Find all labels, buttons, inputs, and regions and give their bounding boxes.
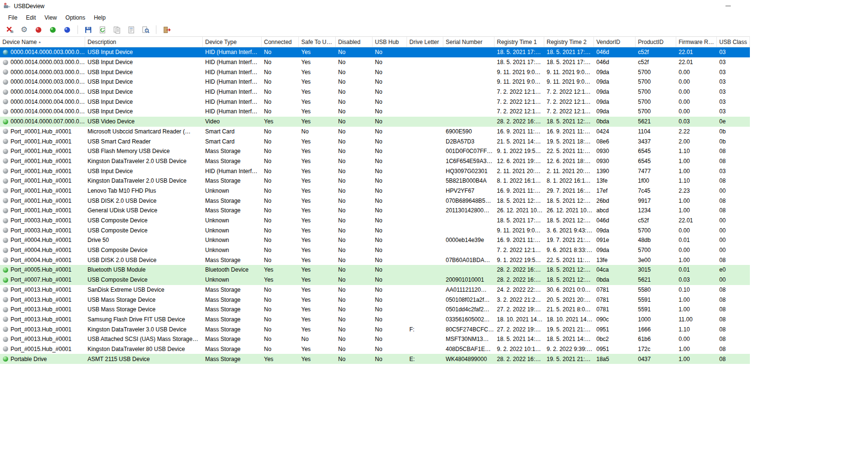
menu-item-file[interactable]: File (4, 13, 22, 22)
copy-items-button[interactable] (111, 24, 123, 35)
table-row[interactable]: 0000.0014.0000.004.000.0…USB Input Devic… (0, 97, 750, 107)
disconnect-device-button[interactable]: ⚙ (18, 24, 30, 35)
table-row[interactable]: 0000.0014.0000.003.000.0…USB Input Devic… (0, 57, 750, 67)
column-header-serial_number[interactable]: Serial Number (443, 37, 494, 47)
gear-icon: ⚙ (21, 26, 27, 33)
minimize-button[interactable] (718, 0, 737, 12)
save-items-button[interactable] (82, 24, 94, 35)
table-row[interactable]: Port_#0013.Hub_#0001USB Mass Storage Dev… (0, 305, 750, 315)
exit-button[interactable] (161, 24, 173, 35)
cell-drive_letter (407, 206, 443, 216)
cell-serial_number: HPV2YF67 (443, 186, 494, 196)
cell-safe_to_unplug: Yes (299, 344, 336, 354)
cell-registry_time_1: 16. 9. 2021 11:… (494, 186, 544, 196)
cell-device_name: Port_#0001.Hub_#0001 (0, 206, 85, 216)
cell-drive_letter (407, 344, 443, 354)
table-row[interactable]: Portable DriveASMT 2115 USB DeviceMass S… (0, 354, 750, 364)
cell-registry_time_1: 18. 10. 2021 14… (494, 315, 544, 325)
column-header-drive_letter[interactable]: Drive Letter (407, 37, 443, 47)
uninstall-device-button[interactable] (4, 24, 16, 35)
cell-description: USB Smart Card Reader (85, 136, 203, 146)
table-row[interactable]: Port_#0001.Hub_#0001Lenovo Tab M10 FHD P… (0, 186, 750, 196)
column-header-vendor_id[interactable]: VendorID (594, 37, 636, 47)
cell-description: USB Mass Storage Device (85, 295, 203, 305)
cell-disabled: No (336, 265, 373, 275)
html-report-button[interactable] (97, 24, 109, 35)
table-row[interactable]: Port_#0001.Hub_#0001Kingston DataTravele… (0, 156, 750, 166)
device-status-icon (3, 257, 8, 263)
device-name-label: Port_#0013.Hub_#0001 (11, 286, 71, 293)
properties-button[interactable] (125, 24, 137, 35)
table-row[interactable]: Port_#0013.Hub_#0001Kingston DataTravele… (0, 324, 750, 334)
menu-item-options[interactable]: Options (61, 13, 89, 22)
disable-device-button[interactable] (33, 24, 44, 35)
cell-usb_class: 03 (717, 87, 750, 97)
cell-safe_to_unplug: Yes (299, 216, 336, 226)
find-button[interactable] (140, 24, 152, 35)
table-row[interactable]: Port_#0007.Hub_#0001USB Composite Device… (0, 275, 750, 285)
table-row[interactable]: 0000.0014.0000.004.000.0…USB Input Devic… (0, 87, 750, 97)
table-row[interactable]: Port_#0001.Hub_#0001USB Input DeviceHID … (0, 166, 750, 176)
table-row[interactable]: Port_#0003.Hub_#0001USB Composite Device… (0, 216, 750, 226)
table-row[interactable]: 0000.0014.0000.003.000.0…USB Input Devic… (0, 47, 750, 57)
table-row[interactable]: Port_#0004.Hub_#0001Drive 50UnknownNoYes… (0, 235, 750, 245)
table-row[interactable]: Port_#0004.Hub_#0001USB Composite Device… (0, 245, 750, 255)
cell-description: Lenovo Tab M10 FHD Plus (85, 186, 203, 196)
table-row[interactable]: Port_#0004.Hub_#0001USB DISK 2.0 USB Dev… (0, 255, 750, 265)
column-header-usb_hub[interactable]: USB Hub (373, 37, 407, 47)
column-header-registry_time_1[interactable]: Registry Time 1 (494, 37, 544, 47)
cell-registry_time_1: 12. 6. 2021 19:… (494, 156, 544, 166)
cell-product_id: 1666 (636, 324, 676, 334)
cell-firmware_rev: 0.03 (676, 275, 717, 285)
cell-device_name: Port_#0001.Hub_#0001 (0, 196, 85, 206)
device-name-label: Port_#0001.Hub_#0001 (11, 207, 71, 214)
table-row[interactable]: 0000.0014.0000.007.000.0…USB Video Devic… (0, 117, 750, 127)
table-row[interactable]: Port_#0001.Hub_#0001Kingston DataTravele… (0, 176, 750, 186)
table-row[interactable]: Port_#0013.Hub_#0001USB Attached SCSI (U… (0, 334, 750, 344)
cell-device_type: Mass Storage (203, 334, 262, 344)
cell-description: USB Input Device (85, 107, 203, 117)
table-row[interactable]: 0000.0014.0000.003.000.0…USB Input Devic… (0, 77, 750, 87)
cell-description: USB Input Device (85, 77, 203, 87)
cell-serial_number: 0000eb14e39e (443, 235, 494, 245)
column-header-usb_class[interactable]: USB Class (717, 37, 750, 47)
menu-item-edit[interactable]: Edit (22, 13, 40, 22)
enable-device-button[interactable] (47, 24, 59, 35)
column-header-registry_time_2[interactable]: Registry Time 2 (544, 37, 594, 47)
menu-item-help[interactable]: Help (89, 13, 110, 22)
table-row[interactable]: Port_#0001.Hub_#0001USB Flash Memory USB… (0, 146, 750, 156)
cell-disabled: No (336, 285, 373, 295)
column-header-safe_to_unplug[interactable]: Safe To U… (299, 37, 336, 47)
restart-device-button[interactable] (61, 24, 73, 35)
table-row[interactable]: Port_#0005.Hub_#0001Bluetooth USB Module… (0, 265, 750, 275)
table-row[interactable]: 0000.0014.0000.003.000.0…USB Input Devic… (0, 67, 750, 77)
column-header-firmware_rev[interactable]: Firmware R… (676, 37, 717, 47)
table-row[interactable]: Port_#0001.Hub_#0001General UDisk USB De… (0, 206, 750, 216)
cell-firmware_rev: 0.00 (676, 107, 717, 117)
cell-safe_to_unplug: Yes (299, 87, 336, 97)
cell-serial_number: 070B689648B5… (443, 196, 494, 206)
table-row[interactable]: Port_#0001.Hub_#0001USB DISK 2.0 USB Dev… (0, 196, 750, 206)
table-row[interactable]: 0000.0014.0000.004.000.0…USB Input Devic… (0, 107, 750, 117)
column-header-product_id[interactable]: ProductID (636, 37, 676, 47)
table-row[interactable]: Port_#0013.Hub_#0001SanDisk Extreme USB … (0, 285, 750, 295)
cell-registry_time_1: 9. 11. 2021 9:0… (494, 77, 544, 87)
menu-item-view[interactable]: View (40, 13, 61, 22)
table-row[interactable]: Port_#0013.Hub_#0001Samsung Flash Drive … (0, 315, 750, 325)
cell-usb_hub: No (373, 136, 407, 146)
column-header-description[interactable]: Description (85, 37, 203, 47)
table-row[interactable]: Port_#0015.Hub_#0001Kingston DataTravele… (0, 344, 750, 354)
column-header-connected[interactable]: Connected (262, 37, 299, 47)
table-row[interactable]: Port_#0001.Hub_#0001Microsoft Usbccid Sm… (0, 127, 750, 137)
cell-device_type: Unknown (203, 216, 262, 226)
table-row[interactable]: Port_#0013.Hub_#0001USB Mass Storage Dev… (0, 295, 750, 305)
column-header-disabled[interactable]: Disabled (336, 37, 373, 47)
cell-vendor_id: 046d (594, 57, 636, 67)
column-header-device_name[interactable]: Device Name▴ (0, 37, 85, 47)
device-name-label: Port_#0001.Hub_#0001 (11, 187, 71, 194)
cell-registry_time_2: 7. 2. 2022 12:1… (544, 107, 594, 117)
table-row[interactable]: Port_#0001.Hub_#0001USB Smart Card Reade… (0, 136, 750, 146)
table-row[interactable]: Port_#0003.Hub_#0001USB Composite Device… (0, 225, 750, 235)
cell-device_type: Smart Card (203, 136, 262, 146)
column-header-device_type[interactable]: Device Type (203, 37, 262, 47)
